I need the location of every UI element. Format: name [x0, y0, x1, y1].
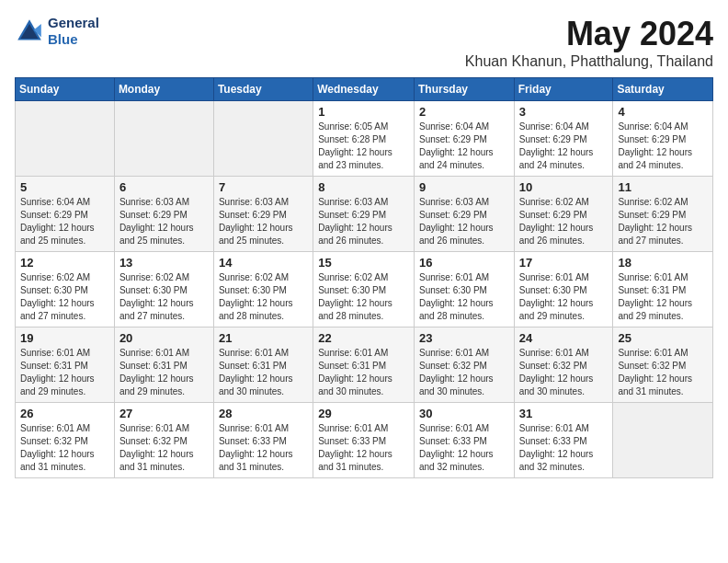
weekday-tuesday: Tuesday — [213, 78, 313, 101]
day-number: 24 — [519, 331, 609, 345]
day-info: Sunrise: 6:01 AM Sunset: 6:32 PM Dayligh… — [20, 422, 109, 474]
weekday-sunday: Sunday — [16, 78, 115, 101]
day-info: Sunrise: 6:01 AM Sunset: 6:32 PM Dayligh… — [618, 347, 708, 398]
weekday-thursday: Thursday — [414, 78, 514, 101]
calendar-week-3: 12Sunrise: 6:02 AM Sunset: 6:30 PM Dayli… — [16, 252, 713, 327]
day-number: 8 — [318, 180, 409, 194]
day-info: Sunrise: 6:02 AM Sunset: 6:30 PM Dayligh… — [20, 271, 109, 323]
day-number: 17 — [519, 256, 609, 270]
day-info: Sunrise: 6:01 AM Sunset: 6:31 PM Dayligh… — [318, 347, 409, 398]
calendar-week-2: 5Sunrise: 6:04 AM Sunset: 6:29 PM Daylig… — [16, 177, 713, 252]
title-block: May 2024 Khuan Khanun, Phatthalung, Thai… — [465, 15, 713, 70]
calendar-cell: 24Sunrise: 6:01 AM Sunset: 6:32 PM Dayli… — [514, 327, 613, 403]
day-number: 21 — [219, 331, 308, 345]
day-info: Sunrise: 6:03 AM Sunset: 6:29 PM Dayligh… — [219, 196, 308, 247]
day-number: 18 — [618, 256, 708, 270]
calendar-cell: 9Sunrise: 6:03 AM Sunset: 6:29 PM Daylig… — [414, 177, 514, 252]
day-number: 10 — [519, 180, 609, 194]
day-number: 22 — [318, 331, 409, 345]
day-number: 26 — [20, 407, 109, 420]
day-number: 7 — [219, 180, 308, 194]
day-number: 27 — [119, 407, 209, 420]
day-info: Sunrise: 6:01 AM Sunset: 6:31 PM Dayligh… — [219, 347, 308, 398]
calendar-cell: 14Sunrise: 6:02 AM Sunset: 6:30 PM Dayli… — [213, 252, 313, 327]
day-info: Sunrise: 6:01 AM Sunset: 6:32 PM Dayligh… — [419, 347, 509, 398]
calendar-body: 1Sunrise: 6:05 AM Sunset: 6:28 PM Daylig… — [16, 101, 713, 478]
calendar-cell: 19Sunrise: 6:01 AM Sunset: 6:31 PM Dayli… — [16, 327, 115, 403]
weekday-header-row: SundayMondayTuesdayWednesdayThursdayFrid… — [16, 78, 713, 101]
day-number: 31 — [519, 407, 609, 420]
calendar-cell: 29Sunrise: 6:01 AM Sunset: 6:33 PM Dayli… — [313, 403, 415, 478]
day-info: Sunrise: 6:02 AM Sunset: 6:29 PM Dayligh… — [519, 196, 609, 247]
calendar-cell: 11Sunrise: 6:02 AM Sunset: 6:29 PM Dayli… — [613, 177, 713, 252]
calendar-cell — [213, 101, 313, 177]
calendar-cell: 15Sunrise: 6:02 AM Sunset: 6:30 PM Dayli… — [313, 252, 415, 327]
day-number: 15 — [318, 256, 409, 270]
logo-icon — [15, 17, 44, 46]
location-title: Khuan Khanun, Phatthalung, Thailand — [465, 53, 713, 70]
day-info: Sunrise: 6:01 AM Sunset: 6:33 PM Dayligh… — [318, 422, 409, 474]
calendar-cell: 12Sunrise: 6:02 AM Sunset: 6:30 PM Dayli… — [16, 252, 115, 327]
calendar-cell: 5Sunrise: 6:04 AM Sunset: 6:29 PM Daylig… — [16, 177, 115, 252]
logo: General Blue — [15, 15, 99, 48]
day-info: Sunrise: 6:02 AM Sunset: 6:30 PM Dayligh… — [119, 271, 209, 323]
calendar-cell: 7Sunrise: 6:03 AM Sunset: 6:29 PM Daylig… — [213, 177, 313, 252]
calendar-week-4: 19Sunrise: 6:01 AM Sunset: 6:31 PM Dayli… — [16, 327, 713, 403]
day-info: Sunrise: 6:04 AM Sunset: 6:29 PM Dayligh… — [618, 121, 708, 172]
calendar-cell: 21Sunrise: 6:01 AM Sunset: 6:31 PM Dayli… — [213, 327, 313, 403]
day-number: 14 — [219, 256, 308, 270]
day-info: Sunrise: 6:01 AM Sunset: 6:31 PM Dayligh… — [618, 271, 708, 323]
calendar-week-1: 1Sunrise: 6:05 AM Sunset: 6:28 PM Daylig… — [16, 101, 713, 177]
weekday-monday: Monday — [114, 78, 213, 101]
calendar-cell: 1Sunrise: 6:05 AM Sunset: 6:28 PM Daylig… — [313, 101, 415, 177]
day-info: Sunrise: 6:03 AM Sunset: 6:29 PM Dayligh… — [119, 196, 209, 247]
calendar-cell — [613, 403, 713, 478]
calendar-cell: 31Sunrise: 6:01 AM Sunset: 6:33 PM Dayli… — [514, 403, 613, 478]
day-number: 19 — [20, 331, 109, 345]
calendar-cell: 30Sunrise: 6:01 AM Sunset: 6:33 PM Dayli… — [414, 403, 514, 478]
day-info: Sunrise: 6:01 AM Sunset: 6:33 PM Dayligh… — [419, 422, 509, 474]
day-info: Sunrise: 6:04 AM Sunset: 6:29 PM Dayligh… — [519, 121, 609, 172]
day-number: 30 — [419, 407, 509, 420]
day-number: 6 — [119, 180, 209, 194]
day-number: 23 — [419, 331, 509, 345]
page-header: General Blue May 2024 Khuan Khanun, Phat… — [15, 15, 713, 70]
calendar-cell: 4Sunrise: 6:04 AM Sunset: 6:29 PM Daylig… — [613, 101, 713, 177]
day-number: 16 — [419, 256, 509, 270]
calendar-table: SundayMondayTuesdayWednesdayThursdayFrid… — [15, 77, 713, 478]
day-number: 13 — [119, 256, 209, 270]
day-info: Sunrise: 6:01 AM Sunset: 6:33 PM Dayligh… — [219, 422, 308, 474]
calendar-cell: 3Sunrise: 6:04 AM Sunset: 6:29 PM Daylig… — [514, 101, 613, 177]
weekday-saturday: Saturday — [613, 78, 713, 101]
day-info: Sunrise: 6:01 AM Sunset: 6:31 PM Dayligh… — [119, 347, 209, 398]
logo-text-blue: Blue — [48, 31, 99, 48]
calendar-cell: 13Sunrise: 6:02 AM Sunset: 6:30 PM Dayli… — [114, 252, 213, 327]
calendar-cell: 22Sunrise: 6:01 AM Sunset: 6:31 PM Dayli… — [313, 327, 415, 403]
day-number: 9 — [419, 180, 509, 194]
calendar-cell: 23Sunrise: 6:01 AM Sunset: 6:32 PM Dayli… — [414, 327, 514, 403]
day-info: Sunrise: 6:02 AM Sunset: 6:30 PM Dayligh… — [318, 271, 409, 323]
day-info: Sunrise: 6:01 AM Sunset: 6:33 PM Dayligh… — [519, 422, 609, 474]
weekday-wednesday: Wednesday — [313, 78, 415, 101]
day-number: 3 — [519, 105, 609, 119]
calendar-cell — [16, 101, 115, 177]
day-number: 4 — [618, 105, 708, 119]
day-info: Sunrise: 6:04 AM Sunset: 6:29 PM Dayligh… — [419, 121, 509, 172]
month-title: May 2024 — [465, 15, 713, 53]
logo-text-general: General — [48, 15, 99, 31]
calendar-cell: 10Sunrise: 6:02 AM Sunset: 6:29 PM Dayli… — [514, 177, 613, 252]
day-info: Sunrise: 6:01 AM Sunset: 6:32 PM Dayligh… — [119, 422, 209, 474]
day-info: Sunrise: 6:02 AM Sunset: 6:29 PM Dayligh… — [618, 196, 708, 247]
day-number: 25 — [618, 331, 708, 345]
day-number: 28 — [219, 407, 308, 420]
day-info: Sunrise: 6:03 AM Sunset: 6:29 PM Dayligh… — [318, 196, 409, 247]
day-info: Sunrise: 6:04 AM Sunset: 6:29 PM Dayligh… — [20, 196, 109, 247]
calendar-cell: 16Sunrise: 6:01 AM Sunset: 6:30 PM Dayli… — [414, 252, 514, 327]
weekday-friday: Friday — [514, 78, 613, 101]
day-number: 5 — [20, 180, 109, 194]
day-number: 11 — [618, 180, 708, 194]
day-number: 2 — [419, 105, 509, 119]
day-number: 1 — [318, 105, 409, 119]
calendar-cell: 26Sunrise: 6:01 AM Sunset: 6:32 PM Dayli… — [16, 403, 115, 478]
day-info: Sunrise: 6:02 AM Sunset: 6:30 PM Dayligh… — [219, 271, 308, 323]
